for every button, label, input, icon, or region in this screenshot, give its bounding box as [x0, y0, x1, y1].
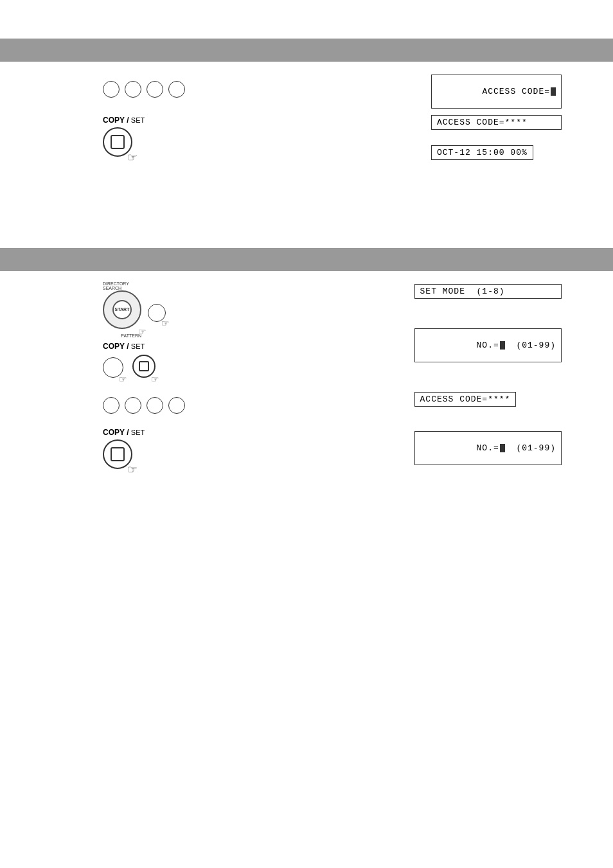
finger-pointer-dial: ☞ [138, 326, 147, 337]
left-circle-wrapper: ☞ [103, 357, 123, 378]
section-1-header [0, 39, 613, 62]
finger-pointer-side: ☞ [161, 318, 170, 328]
sec2-copy-set-button-wrapper: ☞ [103, 439, 132, 469]
directory-search-label: DIRECTORYSEARCH [103, 281, 129, 290]
sec2-number-circle-1[interactable] [103, 397, 120, 414]
sec2-copy-set-label-bottom: COPY / SET [103, 428, 185, 437]
start-dial-inner: START [112, 300, 132, 319]
finger-right-square: ☞ [151, 374, 159, 384]
cursor-block-2 [500, 341, 505, 350]
sec2-lcd-no-input: NO.= (01-99) [414, 328, 562, 362]
copy-set-inner-icon [111, 135, 125, 149]
page-top-space [0, 0, 613, 39]
section-2: DIRECTORYSEARCH START PATTERN ☞ ☞ [0, 248, 613, 528]
number-circle-2[interactable] [125, 81, 141, 98]
cursor-block-1 [551, 87, 556, 96]
start-dial-outer[interactable]: START [103, 290, 141, 329]
section-2-header [0, 248, 613, 271]
section-gap [0, 229, 613, 248]
section-1-right: ACCESS CODE= ACCESS CODE=**** OCT-12 15:… [431, 75, 562, 160]
lcd-datetime: OCT-12 15:00 00% [431, 145, 533, 160]
sec2-lcd-no2-wrapper: NO.= (01-99) [414, 431, 562, 465]
copy-set-two-label-wrapper: COPY / SET [103, 342, 185, 351]
right-square-inner-icon [139, 361, 149, 371]
lcd-access-code-stars: ACCESS CODE=**** [431, 115, 562, 130]
section-1: COPY / SET ☞ ACCESS CODE= ACCESS CODE=**… [0, 39, 613, 229]
start-button-area: DIRECTORYSEARCH START PATTERN ☞ ☞ [103, 290, 185, 329]
sec2-finger-pointer-icon: ☞ [127, 463, 138, 477]
sec2-lcd-access-code: ACCESS CODE=**** [414, 392, 517, 407]
start-dial-container: DIRECTORYSEARCH START PATTERN ☞ [103, 290, 141, 329]
right-square-wrapper: ☞ [132, 355, 155, 378]
start-label: START [115, 307, 130, 312]
section-1-content: COPY / SET ☞ ACCESS CODE= ACCESS CODE=**… [0, 62, 613, 229]
sec2-lcd-no2-input: NO.= (01-99) [414, 431, 562, 465]
sec2-lcd-access-code-wrapper: ACCESS CODE=**** [414, 392, 562, 407]
finger-left-circle: ☞ [119, 374, 127, 384]
number-circles-row [103, 81, 185, 98]
number-circle-1[interactable] [103, 81, 120, 98]
cursor-block-3 [500, 444, 505, 452]
lcd-access-code-input: ACCESS CODE= [431, 75, 562, 109]
side-circle-container: ☞ [148, 304, 166, 322]
sec2-lcd-no-wrapper: NO.= (01-99) [414, 328, 562, 362]
section-2-content: DIRECTORYSEARCH START PATTERN ☞ ☞ [0, 271, 613, 528]
section-1-left: COPY / SET ☞ [103, 81, 185, 157]
sec2-number-circle-4[interactable] [168, 397, 185, 414]
lcd-datetime-wrapper: OCT-12 15:00 00% [431, 145, 562, 160]
sec2-number-circle-2[interactable] [125, 397, 141, 414]
copy-set-two-buttons: ☞ ☞ [103, 355, 185, 378]
copy-set-label: COPY / SET [103, 116, 185, 125]
number-circle-3[interactable] [147, 81, 163, 98]
sec2-lcd-set-mode: SET MODE (1-8) [414, 284, 562, 299]
number-circle-4[interactable] [168, 81, 185, 98]
section2-circles-row [103, 397, 185, 414]
section-2-right: SET MODE (1-8) NO.= (01-99) ACCESS CODE=… [414, 284, 562, 465]
sec2-number-circle-3[interactable] [147, 397, 163, 414]
sec2-copy-set-inner-icon [111, 447, 125, 461]
copy-set-button-wrapper: ☞ [103, 127, 132, 157]
copy-set-two-label: COPY / SET [103, 342, 185, 351]
finger-pointer-icon: ☞ [127, 150, 138, 164]
section-2-left: DIRECTORYSEARCH START PATTERN ☞ ☞ [103, 284, 185, 469]
